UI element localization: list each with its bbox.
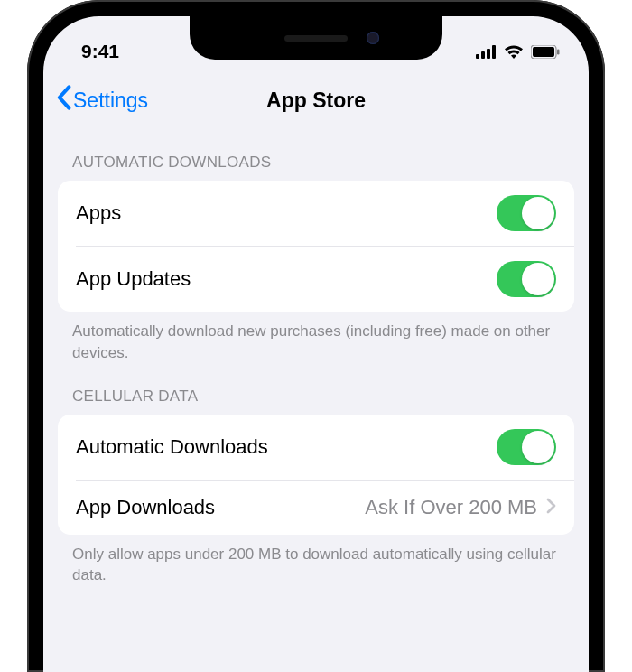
list-group-auto-downloads: Apps App Updates (58, 181, 574, 312)
toggle-app-updates[interactable] (497, 261, 556, 297)
list-group-cellular: Automatic Downloads App Downloads Ask If… (58, 415, 574, 535)
notch (190, 16, 442, 60)
battery-icon (531, 45, 560, 59)
section-header-cellular: CELLULAR DATA (43, 364, 589, 415)
row-cellular-auto-downloads: Automatic Downloads (58, 415, 574, 480)
chevron-right-icon (546, 496, 556, 519)
section-footer-cellular: Only allow apps under 200 MB to download… (43, 535, 589, 587)
toggle-apps[interactable] (497, 195, 556, 231)
svg-rect-1 (481, 51, 485, 59)
row-label: Apps (76, 201, 121, 225)
screen: 9:41 Settings App Store (43, 16, 589, 672)
row-app-downloads[interactable]: App Downloads Ask If Over 200 MB (58, 481, 574, 535)
wifi-icon (504, 44, 524, 59)
row-label: App Downloads (76, 496, 215, 519)
row-app-updates: App Updates (58, 247, 574, 312)
section-footer-auto-downloads: Automatically download new purchases (in… (43, 312, 589, 364)
toggle-cellular-auto-downloads[interactable] (497, 429, 556, 465)
svg-rect-5 (533, 47, 554, 57)
svg-rect-6 (557, 49, 560, 54)
phone-frame: 9:41 Settings App Store (27, 0, 605, 672)
svg-rect-3 (492, 45, 496, 59)
back-button[interactable]: Settings (56, 85, 148, 116)
cellular-signal-icon (476, 45, 497, 59)
chevron-left-icon (56, 85, 71, 116)
page-title: App Store (266, 89, 366, 113)
row-label: Automatic Downloads (76, 435, 268, 459)
row-value: Ask If Over 200 MB (365, 496, 537, 519)
back-label: Settings (73, 89, 148, 113)
row-label: App Updates (76, 267, 191, 291)
status-time: 9:41 (81, 41, 119, 62)
svg-rect-2 (487, 49, 490, 59)
nav-bar: Settings App Store (43, 70, 589, 130)
svg-rect-0 (476, 54, 479, 59)
row-apps: Apps (58, 181, 574, 246)
section-header-auto-downloads: AUTOMATIC DOWNLOADS (43, 130, 589, 181)
